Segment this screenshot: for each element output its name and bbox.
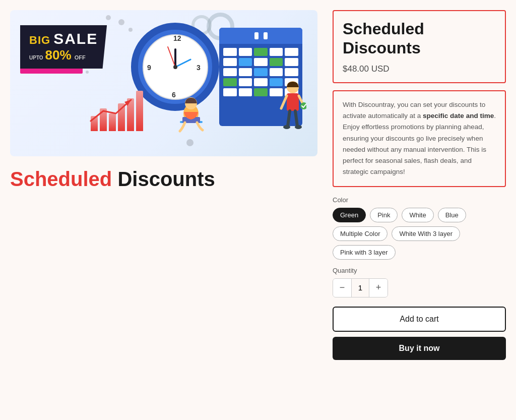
quantity-increase-button[interactable]: + (369, 279, 388, 297)
add-to-cart-button[interactable]: Add to cart (333, 307, 506, 332)
upto-label: UPTO (29, 55, 43, 61)
clock-face: 12 3 6 9 (140, 32, 211, 102)
quantity-decrease-button[interactable]: − (333, 279, 351, 297)
color-option-green[interactable]: Green (333, 208, 366, 222)
percent-label: 80% (45, 48, 72, 62)
color-options: Green Pink White Blue Multiple Color Whi… (333, 208, 506, 260)
svg-line-16 (281, 96, 287, 108)
sale-banner: BIG SALE UPTO 80% OFF SHOP NOW > (10, 10, 317, 156)
svg-point-20 (283, 125, 290, 129)
svg-line-19 (295, 111, 297, 126)
quantity-control: − 1 + (333, 278, 388, 297)
title-part2: Discounts (117, 168, 215, 190)
sale-label: SALE (53, 31, 98, 46)
quantity-label: Quantity (333, 267, 506, 274)
off-label: OFF (75, 54, 86, 61)
quantity-value: 1 (351, 279, 369, 297)
svg-rect-15 (287, 93, 299, 111)
big-label: BIG (29, 35, 50, 46)
product-title-area: Scheduled Discounts (10, 165, 215, 193)
title-price-box: Scheduled Discounts $48.00 USD (333, 10, 506, 83)
color-label: Color (333, 196, 506, 204)
buy-now-button[interactable]: Buy it now (333, 337, 506, 360)
color-option-multiple[interactable]: Multiple Color (333, 226, 388, 241)
quantity-section: Quantity − 1 + (333, 267, 506, 297)
svg-point-21 (295, 125, 302, 129)
price-text: $48.00 USD (343, 64, 496, 74)
title-part1: Scheduled (10, 168, 117, 190)
svg-text:9: 9 (147, 64, 151, 72)
color-section: Color Green Pink White Blue Multiple Col… (333, 196, 506, 260)
svg-point-8 (173, 65, 177, 69)
person-standing (279, 78, 306, 139)
dot-deco (106, 15, 111, 20)
product-name: Scheduled Discounts (343, 19, 496, 58)
dot-deco (118, 19, 124, 25)
dot-deco (186, 139, 194, 146)
svg-text:12: 12 (173, 34, 181, 42)
color-option-pink[interactable]: Pink (370, 208, 398, 222)
person-sitting (175, 96, 208, 134)
color-option-white[interactable]: White (402, 208, 433, 222)
right-panel: Scheduled Discounts $48.00 USD With Disc… (328, 5, 516, 415)
svg-text:3: 3 (197, 64, 201, 72)
description-box: With Discountray, you can set your disco… (333, 90, 506, 187)
color-option-pink3[interactable]: Pink with 3 layer (333, 245, 396, 260)
product-title: Scheduled Discounts (10, 168, 215, 190)
dot-deco (128, 28, 133, 32)
dot-deco (86, 71, 89, 74)
svg-line-18 (288, 111, 290, 126)
left-panel: BIG SALE UPTO 80% OFF SHOP NOW > (0, 5, 328, 415)
color-option-white3[interactable]: White With 3 layer (392, 226, 460, 241)
description-text: With Discountray, you can set your disco… (343, 99, 496, 178)
sale-badge: BIG SALE UPTO 80% OFF (20, 25, 107, 69)
color-option-blue[interactable]: Blue (438, 208, 466, 222)
chart-arrow (88, 96, 134, 124)
